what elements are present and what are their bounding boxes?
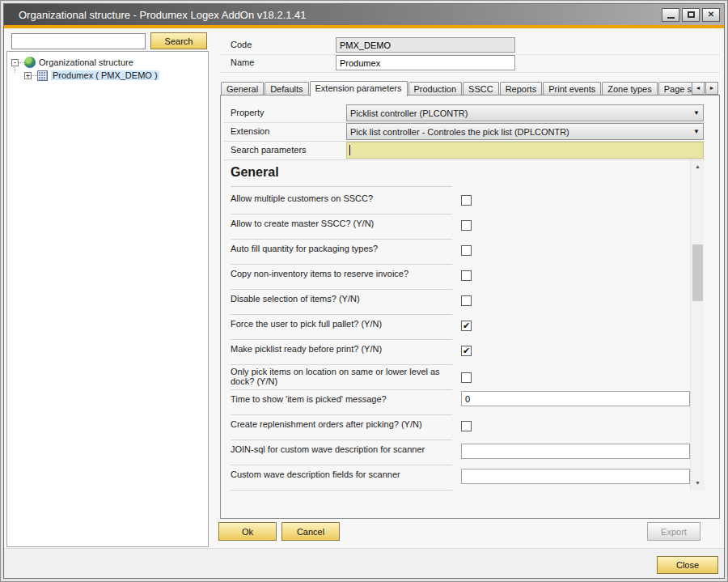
tab-print-events[interactable]: Print events [543,82,601,96]
param-row: Allow to create master SSCC? (Y/N) [221,215,690,240]
name-field[interactable] [336,55,515,70]
param-label: Copy non-inventory items to reserve invo… [231,269,452,278]
maximize-icon [688,11,695,18]
minimize-icon [667,17,675,19]
tab-reports[interactable]: Reports [500,82,543,96]
param-text-input[interactable] [461,444,690,459]
extension-dropdown-value: Pick list controller - Controles the pic… [350,127,569,137]
param-checkbox[interactable] [461,421,472,431]
param-label: Make picklist ready before print? (Y/N) [231,344,452,354]
window-inner: Organizational structure - Produmex Loge… [3,3,725,579]
extension-dropdown[interactable]: Pick list controller - Controles the pic… [346,123,704,140]
tree-connector [32,75,37,76]
tree-item-produmex[interactable]: + Produmex ( PMX_DEMO ) [24,69,159,82]
param-label: Create replenishment orders after pickin… [231,419,452,429]
param-label: Allow multiple customers on SSCC? [231,193,452,203]
property-dropdown-value: Picklist controller (PLCONTR) [350,108,468,118]
param-checkbox[interactable] [461,195,472,206]
param-checkbox[interactable] [461,372,472,383]
export-button[interactable]: Export [647,522,700,541]
property-label: Property [231,108,265,117]
scroll-down-button[interactable]: ▼ [691,477,705,491]
param-row: Time to show 'item is picked' message? [221,390,690,415]
window-title: Organizational structure - Produmex Loge… [19,9,307,21]
param-checkbox[interactable] [461,295,472,306]
tree-item-label[interactable]: Produmex ( PMX_DEMO ) [51,70,159,80]
building-icon [37,70,48,81]
param-checkbox[interactable] [461,270,472,281]
close-button[interactable]: ✕ [702,8,720,22]
tab-production[interactable]: Production [408,82,463,96]
code-field [336,37,515,53]
extension-label: Extension [231,126,269,136]
close-dialog-button[interactable]: Close [657,556,718,574]
param-label: JOIN-sql for custom wave description for… [231,444,452,454]
divider [231,490,452,491]
tab-extension-parameters[interactable]: Extension parameters [310,81,408,96]
ok-button[interactable]: Ok [218,522,277,541]
param-label: Disable selection of items? (Y/N) [231,294,452,304]
tab-sscc[interactable]: SSCC [463,82,499,96]
param-label: Only pick items on location on same or l… [231,367,452,386]
param-checkbox[interactable] [461,321,472,331]
param-row: Disable selection of items? (Y/N) [221,290,690,315]
code-label: Code [231,40,252,49]
param-row: Force the user to pick full pallet? (Y/N… [221,315,690,340]
param-checkbox[interactable] [461,346,472,356]
dropdown-arrow-icon: ▼ [693,128,700,135]
org-tree-panel[interactable]: - Organizational structure + Produmex ( … [6,51,209,547]
param-label: Auto fill quantity for packaging types? [231,244,452,253]
titlebar[interactable]: Organizational structure - Produmex Loge… [4,4,724,25]
param-row: JOIN-sql for custom wave description for… [221,440,690,465]
tab-defaults[interactable]: Defaults [265,82,308,96]
window: Organizational structure - Produmex Loge… [0,0,728,582]
tab-scroll-right-icon: ► [709,85,715,91]
param-row: Allow multiple customers on SSCC? [221,189,690,215]
property-dropdown[interactable]: Picklist controller (PLCONTR) ▼ [346,104,704,121]
footer-bar: Close [4,548,724,578]
param-label: Allow to create master SSCC? (Y/N) [231,219,452,228]
param-row: Copy non-inventory items to reserve invo… [221,265,690,290]
tab-zone-types[interactable]: Zone types [602,82,657,96]
param-text-input[interactable] [461,391,690,406]
tree-item-organizational-structure[interactable]: - Organizational structure [11,56,133,69]
param-row: Custom wave description fields for scann… [221,465,690,491]
param-label: Force the user to pick full pallet? (Y/N… [231,319,452,329]
param-checkbox[interactable] [461,245,472,256]
divider [220,72,720,73]
text-caret [349,145,350,155]
dialog-body: Search - Organizational structure + Prod… [4,28,724,578]
param-text-input[interactable] [461,469,690,484]
divider [223,159,705,160]
param-row: Make picklist ready before print? (Y/N) [221,340,690,365]
scrollbar-thumb[interactable] [692,244,703,301]
expand-icon[interactable]: + [24,72,32,79]
close-icon: ✕ [708,11,714,19]
search-parameters-input[interactable] [346,142,704,159]
param-checkbox[interactable] [461,220,472,231]
vertical-scrollbar[interactable]: ▲ ▼ [690,160,704,491]
tree-connector [19,62,24,63]
maximize-button[interactable] [682,8,700,22]
tab-scroll-left-button[interactable]: ◄ [692,82,705,95]
window-controls: ✕ [662,8,720,22]
tab-strip: General Defaults Extension parameters Pr… [221,80,719,96]
scroll-up-button[interactable]: ▲ [691,160,705,174]
tab-scroll-right-button[interactable]: ► [705,82,718,95]
divider [220,54,720,55]
parameter-rows: Allow multiple customers on SSCC? Allow … [221,189,690,491]
tree-search-input[interactable] [11,33,146,49]
tab-general[interactable]: General [221,82,264,96]
extension-parameters-panel: Property Picklist controller (PLCONTR) ▼… [220,95,720,519]
section-heading: General [231,165,279,180]
scroll-up-icon: ▲ [695,164,700,169]
minimize-button[interactable] [662,8,679,22]
param-row: Create replenishment orders after pickin… [221,415,690,440]
search-button[interactable]: Search [150,32,207,49]
scroll-down-icon: ▼ [695,480,700,486]
cancel-button[interactable]: Cancel [281,522,340,541]
dropdown-arrow-icon: ▼ [693,109,700,117]
collapse-icon[interactable]: - [11,59,19,66]
tree-item-label[interactable]: Organizational structure [39,57,133,67]
param-row: Auto fill quantity for packaging types? [221,240,690,265]
